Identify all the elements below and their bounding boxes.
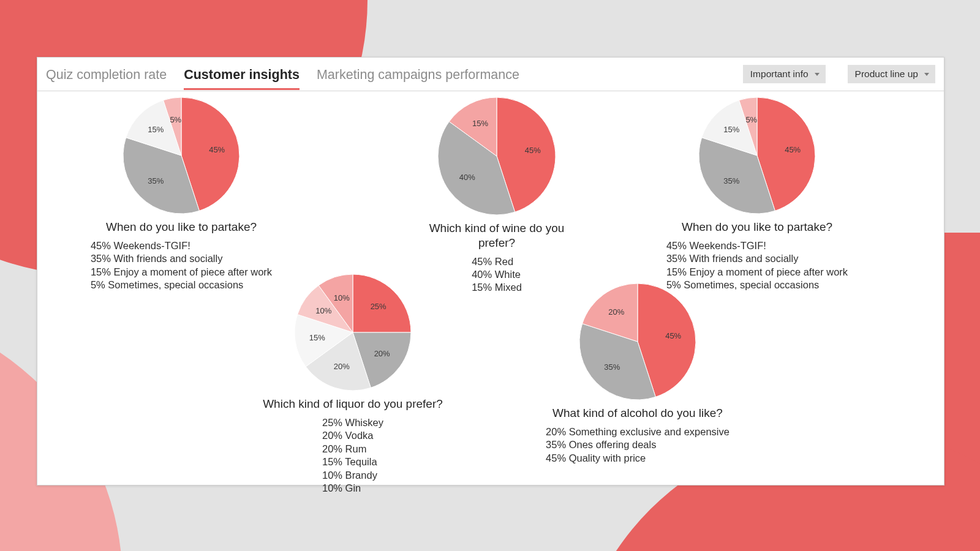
- pie-slice-label: 20%: [334, 362, 350, 371]
- chart-title: When do you like to partake?: [106, 220, 257, 234]
- legend-item: 25% Whiskey: [322, 416, 383, 429]
- chart-partake-right: 45%35%15%5%When do you like to partake?4…: [656, 95, 858, 292]
- legend-item: 40% White: [472, 268, 522, 281]
- legend-item: 45% Weekends-TGIF!: [91, 239, 272, 252]
- legend-item: 15% Tequila: [322, 455, 383, 468]
- tab-marketing-campaigns[interactable]: Marketing campaigns performance: [317, 59, 519, 90]
- legend-item: 35% With friends and socially: [666, 252, 848, 265]
- chart-partake-left: 45%35%15%5%When do you like to partake?4…: [80, 95, 282, 292]
- pie-slice-label: 35%: [723, 176, 739, 186]
- chart-title: Which kind of wine do you prefer?: [417, 221, 576, 250]
- pie-slice-label: 25%: [371, 302, 386, 311]
- pie-slice-label: 10%: [315, 306, 331, 315]
- pie-slice-label: 20%: [374, 349, 390, 358]
- legend-item: 10% Gin: [322, 482, 383, 495]
- pie-slice-label: 5%: [170, 115, 181, 124]
- legend-item: 15% Enjoy a moment of piece after work: [91, 266, 272, 279]
- pie-slice-label: 45%: [209, 145, 225, 154]
- pie-chart: 45%35%15%5%: [696, 95, 818, 216]
- pie-chart: 45%35%20%: [577, 281, 698, 402]
- chart-legend: 25% Whiskey20% Vodka20% Rum15% Tequila10…: [322, 416, 383, 495]
- legend-item: 5% Sometimes, special occasions: [91, 279, 272, 291]
- charts-canvas: 45%35%15%5%When do you like to partake?4…: [37, 91, 944, 519]
- legend-item: 45% Quality with price: [546, 452, 729, 465]
- tab-customer-insights[interactable]: Customer insights: [184, 59, 300, 90]
- pie-slice-label: 45%: [785, 145, 801, 154]
- legend-item: 45% Red: [472, 255, 522, 268]
- chart-alcohol-pref: 45%35%20%What kind of alcohol do you lik…: [540, 281, 736, 465]
- pie-slice-label: 20%: [608, 307, 624, 317]
- dropdown-important-info[interactable]: Important info: [743, 65, 826, 83]
- tab-quiz-completion[interactable]: Quiz completion rate: [46, 59, 167, 90]
- dropdown-product-lineup[interactable]: Product line up: [848, 65, 935, 83]
- pie-slice-label: 45%: [665, 331, 681, 340]
- legend-item: 45% Weekends-TGIF!: [666, 239, 848, 252]
- legend-item: 20% Something exclusive and expensive: [546, 425, 729, 438]
- pie-slice-label: 15%: [148, 125, 164, 134]
- pie-slice-label: 5%: [745, 115, 757, 124]
- pie-slice-label: 15%: [723, 125, 739, 134]
- pie-slice-label: 15%: [309, 333, 325, 342]
- chart-liquor: 25%20%20%15%10%10%Which kind of liquor d…: [258, 272, 448, 495]
- pie-chart: 45%35%15%5%: [121, 95, 242, 216]
- pie-slice-label: 15%: [472, 119, 488, 128]
- legend-item: 35% Ones offering deals: [546, 438, 729, 451]
- tab-bar: Quiz completion rate Customer insights M…: [37, 58, 944, 91]
- legend-item: 15% Enjoy a moment of piece after work: [666, 266, 848, 279]
- chart-legend: 45% Red40% White15% Mixed: [472, 255, 522, 294]
- pie-chart: 25%20%20%15%10%10%: [292, 272, 413, 393]
- chart-wine: 45%40%15%Which kind of wine do you prefe…: [417, 95, 576, 294]
- legend-item: 10% Brandy: [322, 469, 383, 482]
- pie-slice-label: 40%: [459, 173, 475, 182]
- pie-slice-label: 10%: [334, 293, 350, 302]
- legend-item: 20% Rum: [322, 443, 383, 455]
- legend-item: 20% Vodka: [322, 429, 383, 442]
- pie-chart: 45%40%15%: [435, 95, 558, 217]
- stage: Quiz completion rate Customer insights M…: [0, 0, 980, 551]
- dashboard-panel: Quiz completion rate Customer insights M…: [37, 57, 944, 485]
- chart-legend: 20% Something exclusive and expensive35%…: [546, 425, 729, 465]
- chart-legend: 45% Weekends-TGIF!35% With friends and s…: [91, 239, 272, 292]
- legend-item: 15% Mixed: [472, 281, 522, 294]
- chart-title: Which kind of liquor do you prefer?: [263, 397, 443, 411]
- pie-slice-label: 35%: [604, 362, 620, 372]
- pie-slice-label: 45%: [525, 146, 541, 155]
- chart-title: When do you like to partake?: [682, 220, 832, 234]
- chart-title: What kind of alcohol do you like?: [552, 406, 723, 421]
- legend-item: 35% With friends and socially: [91, 252, 272, 265]
- pie-slice-label: 35%: [148, 176, 164, 186]
